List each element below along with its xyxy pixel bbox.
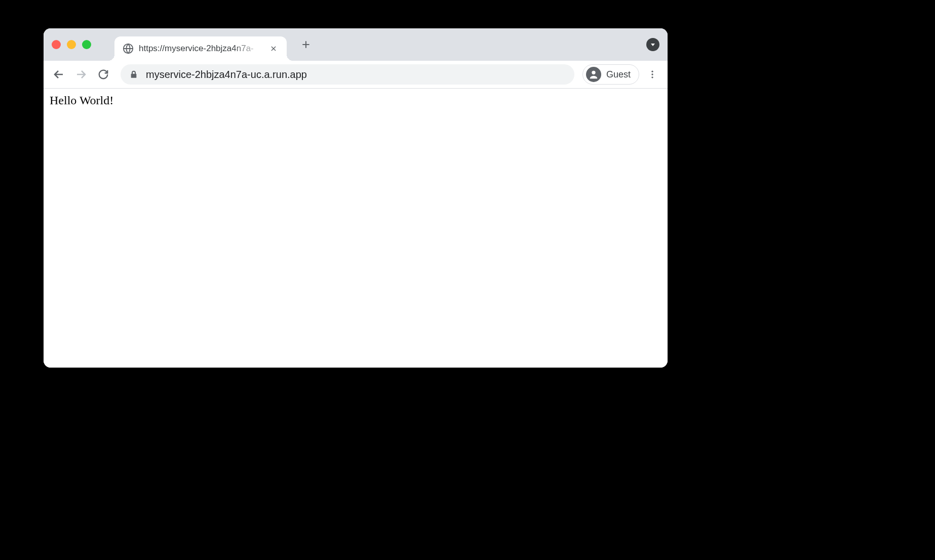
svg-point-4 [651,76,653,78]
profile-label: Guest [606,69,631,80]
url-text: myservice-2hbjza4n7a-uc.a.run.app [146,69,307,81]
maximize-window-button[interactable] [82,40,91,49]
reload-button[interactable] [94,65,112,84]
forward-button[interactable] [72,65,90,84]
person-icon [586,67,601,82]
search-tabs-button[interactable] [646,38,659,51]
svg-point-1 [592,71,595,74]
close-window-button[interactable] [52,40,61,49]
tab-title: https://myservice-2hbjza4n7a- [139,44,263,54]
svg-point-2 [651,71,653,72]
browser-menu-button[interactable] [643,65,661,84]
back-button[interactable] [50,65,68,84]
globe-icon [123,43,134,54]
minimize-window-button[interactable] [67,40,76,49]
window-controls [52,40,91,49]
browser-tab[interactable]: https://myservice-2hbjza4n7a- [114,36,287,61]
profile-button[interactable]: Guest [582,64,639,85]
browser-window: https://myservice-2hbjza4n7a- [44,28,668,368]
browser-toolbar: myservice-2hbjza4n7a-uc.a.run.app Guest [44,61,668,89]
svg-point-3 [651,73,653,75]
lock-icon [130,70,138,79]
address-bar[interactable]: myservice-2hbjza4n7a-uc.a.run.app [121,64,574,85]
tab-strip: https://myservice-2hbjza4n7a- [44,28,668,61]
new-tab-button[interactable] [298,36,314,53]
close-tab-button[interactable] [268,44,279,54]
page-viewport: Hello World! [44,89,668,368]
page-body-text: Hello World! [50,94,661,107]
